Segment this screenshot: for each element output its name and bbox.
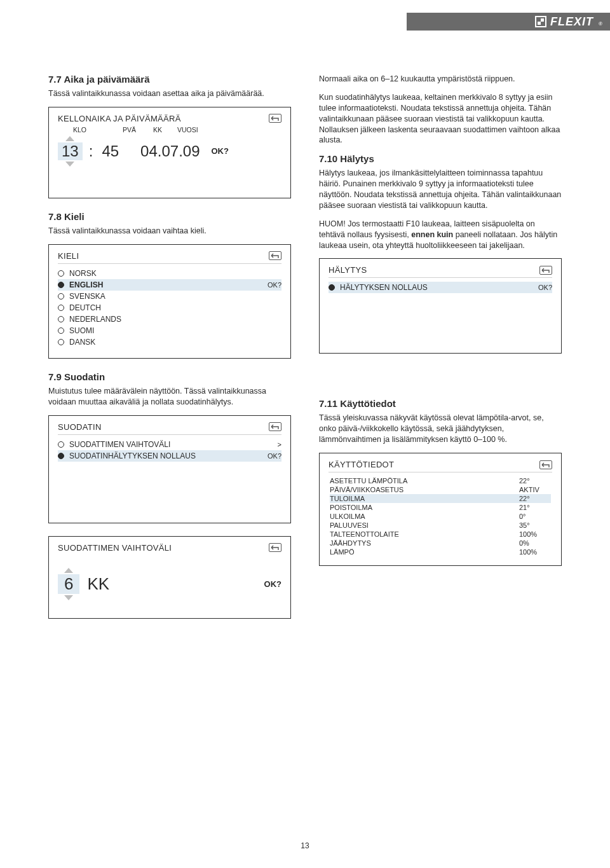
usage-label: TALTEENOTTOLAITE <box>330 530 399 538</box>
radio-icon <box>58 270 64 277</box>
usage-row: PÄIVÄ/VIIKKOASETUSAKTIV <box>330 485 551 494</box>
language-label: NORSK <box>69 269 281 278</box>
language-item[interactable]: NEDERLANDS <box>58 313 281 325</box>
panel-usage-title: KÄYTTÖTIEDOT <box>329 460 394 469</box>
usage-row: TULOILMA22° <box>330 494 551 503</box>
radio-filled-icon <box>329 284 335 291</box>
back-icon[interactable] <box>269 422 281 431</box>
months-value: 6 <box>58 574 79 594</box>
alarm-reset-label: HÄLYTYKSEN NOLLAUS <box>340 283 533 292</box>
right-para1: Normaali aika on 6–12 kuukautta ympärist… <box>319 74 562 85</box>
language-item[interactable]: DANSK <box>58 336 281 348</box>
language-label: DEUTCH <box>69 303 281 312</box>
right-para2: Kun suodatinhälytys laukeaa, keltainen m… <box>319 92 562 146</box>
panel-filter-interval-title: SUODATTIMEN VAIHTOVÄLI <box>58 543 172 553</box>
text-7-10b: HUOM! Jos termostaatti F10 laukeaa, lait… <box>319 219 562 251</box>
radio-icon <box>58 339 64 345</box>
arrow-up-icon[interactable] <box>64 568 73 573</box>
text-7-10a: Hälytys laukeaa, jos ilmankäsittelylaitt… <box>319 168 562 211</box>
months-unit: KK <box>87 574 109 594</box>
radio-icon <box>58 282 64 288</box>
usage-label: PALUUVESI <box>330 521 369 529</box>
ok-button[interactable]: OK? <box>264 579 281 589</box>
text-7-7: Tässä valintaikkunassa voidaan asettaa a… <box>48 88 291 99</box>
frag-bold: ennen kuin <box>411 230 453 239</box>
panel-usage: KÄYTTÖTIEDOT ASETETTU LÄMPÖTILA22°PÄIVÄ/… <box>319 453 562 566</box>
page-number: 13 <box>301 841 309 850</box>
radio-icon <box>58 327 64 334</box>
time-colon: : <box>88 142 95 160</box>
usage-row: ULKOILMA0° <box>330 512 551 521</box>
panel-filter-interval: SUODATTIMEN VAIHTOVÄLI 6 KK OK? <box>48 536 291 619</box>
ok-button[interactable]: OK? <box>212 146 229 156</box>
hour-value: 13 <box>58 142 83 160</box>
back-icon[interactable] <box>269 543 281 552</box>
filter-reset-label: SUODATINHÄLYTYKSEN NOLLAUS <box>69 451 262 460</box>
text-7-11: Tässä yleiskuvassa näkyvät käytössä olev… <box>319 413 562 445</box>
heading-7-9: 7.9 Suodatin <box>48 371 291 382</box>
panel-clock: KELLONAIKA JA PÄIVÄMÄÄRÄ KLO PVÄ KK VUOS… <box>48 107 291 198</box>
usage-row: POISTOILMA21° <box>330 503 551 512</box>
ok-action: OK? <box>268 452 281 460</box>
usage-label: ULKOILMA <box>330 513 365 520</box>
arrow-down-icon[interactable] <box>65 162 74 167</box>
label-vuosi: VUOSI <box>177 126 198 134</box>
arrow-down-icon[interactable] <box>64 595 73 600</box>
arrow-up-icon[interactable] <box>65 136 74 141</box>
usage-value: 100% <box>519 530 551 538</box>
back-icon[interactable] <box>269 251 281 260</box>
usage-value: 22° <box>519 477 551 485</box>
radio-icon <box>58 305 64 311</box>
back-icon[interactable] <box>269 114 281 123</box>
usage-label: LÄMPÖ <box>330 548 355 556</box>
panel-filter-title: SUODATIN <box>58 422 102 432</box>
language-item[interactable]: NORSK <box>58 268 281 279</box>
language-label: SVENSKA <box>69 292 281 301</box>
text-7-9: Muistutus tulee määrävälein näyttöön. Tä… <box>48 386 291 408</box>
language-label: SUOMI <box>69 326 281 335</box>
panel-filter: SUODATIN SUODATTIMEN VAIHTOVÄLI > SUODAT… <box>48 415 291 523</box>
filter-interval-label: SUODATTIMEN VAIHTOVÄLI <box>69 440 273 449</box>
usage-row: JÄÄHDYTYS0% <box>330 539 551 548</box>
language-label: NEDERLANDS <box>69 315 281 324</box>
heading-7-11: 7.11 Käyttötiedot <box>319 398 562 409</box>
content: 7.7 Aika ja päivämäärä Tässä valintaikku… <box>48 74 562 631</box>
radio-icon <box>58 293 64 300</box>
brand-logo: FLEXIT ® <box>535 15 602 29</box>
language-label: ENGLISH <box>69 280 262 289</box>
usage-value: 0° <box>519 513 551 520</box>
language-item[interactable]: SVENSKA <box>58 291 281 302</box>
alarm-reset-item[interactable]: HÄLYTYKSEN NOLLAUS OK? <box>329 282 552 293</box>
chevron-right-icon: > <box>278 441 281 448</box>
panel-language: KIELI NORSKENGLISHOK?SVENSKADEUTCHNEDERL… <box>48 244 291 359</box>
months-spinner[interactable]: 6 <box>58 568 79 600</box>
language-item[interactable]: ENGLISHOK? <box>58 279 281 291</box>
heading-7-8: 7.8 Kieli <box>48 211 291 222</box>
radio-icon <box>58 316 64 322</box>
radio-filled-icon <box>58 453 64 459</box>
usage-label: POISTOILMA <box>330 504 372 511</box>
language-item[interactable]: SUOMI <box>58 325 281 336</box>
header-bar: FLEXIT ® <box>407 13 610 31</box>
filter-reset-item[interactable]: SUODATINHÄLYTYKSEN NOLLAUS OK? <box>58 450 281 462</box>
back-icon[interactable] <box>539 266 552 275</box>
brand-dot: ® <box>599 21 602 29</box>
usage-row: ASETETTU LÄMPÖTILA22° <box>330 476 551 485</box>
panel-alarm-title: HÄLYTYS <box>329 265 367 275</box>
back-icon[interactable] <box>539 460 552 469</box>
date-value: 04.07.09 <box>138 142 202 160</box>
panel-clock-title: KELLONAIKA JA PÄIVÄMÄÄRÄ <box>58 114 181 123</box>
hour-spinner[interactable]: 13 <box>58 136 83 167</box>
filter-interval-item[interactable]: SUODATTIMEN VAIHTOVÄLI > <box>58 439 281 450</box>
usage-value: 0% <box>519 539 551 547</box>
radio-icon <box>58 441 64 448</box>
heading-7-10: 7.10 Hälytys <box>319 153 562 164</box>
ok-action: OK? <box>538 284 552 291</box>
minute-value: 45 <box>99 142 121 160</box>
panel-language-title: KIELI <box>58 251 79 261</box>
brand-text: FLEXIT <box>550 15 593 29</box>
usage-row: TALTEENOTTOLAITE100% <box>330 530 551 539</box>
label-klo: KLO <box>73 126 116 134</box>
language-item[interactable]: DEUTCH <box>58 302 281 313</box>
language-label: DANSK <box>69 338 281 347</box>
